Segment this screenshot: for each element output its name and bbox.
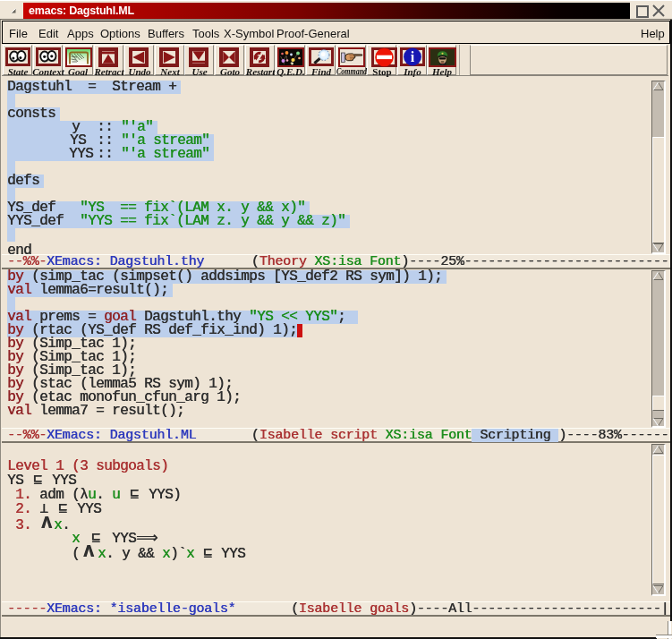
- svg-text:i: i: [411, 49, 415, 64]
